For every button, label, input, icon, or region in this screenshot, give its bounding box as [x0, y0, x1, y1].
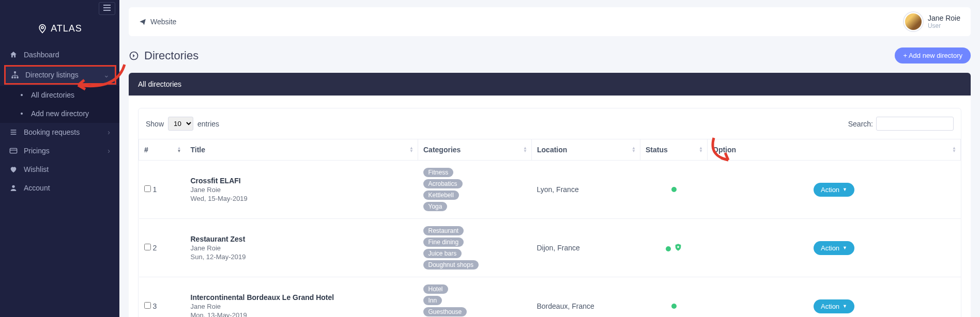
action-dropdown-button[interactable]: Action▼ [814, 299, 854, 313]
row-checkbox[interactable] [144, 302, 151, 309]
sitemap-icon [11, 71, 19, 79]
svg-rect-2 [11, 76, 13, 78]
sidebar-subitem-add-new-directory[interactable]: Add new directory [0, 104, 119, 123]
row-checkbox[interactable] [144, 185, 151, 192]
heart-icon [9, 165, 18, 173]
nav-list: Dashboard Directory listings ⌄ All direc… [0, 45, 119, 197]
row-checkbox[interactable] [144, 244, 151, 250]
sidebar-item-wishlist[interactable]: Wishlist [0, 160, 119, 179]
category-tag[interactable]: Hotel [423, 284, 448, 294]
row-title[interactable]: Crossfit ELAFI [191, 177, 413, 185]
caret-down-icon: ▼ [843, 187, 847, 192]
add-new-directory-button[interactable]: + Add new directory [895, 47, 971, 64]
row-number: 3 [152, 302, 157, 310]
category-tag[interactable]: Inn [423, 296, 442, 305]
sidebar-item-label: Booking requests [24, 128, 80, 136]
category-tag[interactable]: Fine dining [423, 237, 464, 247]
sidebar-submenu: All directories Add new directory [0, 86, 119, 123]
category-tag[interactable]: Yoga [423, 202, 448, 211]
chevron-right-icon: › [108, 128, 110, 136]
action-dropdown-button[interactable]: Action▼ [814, 241, 854, 255]
table-row: 2Restaurant ZestJane RoieSun, 12-May-201… [139, 219, 961, 277]
brand[interactable]: ATLAS [0, 15, 119, 45]
column-header-option[interactable]: Option▲▼ [708, 139, 961, 161]
arrow-circle-right-icon [129, 51, 139, 61]
row-user: Jane Roie [191, 303, 413, 310]
entries-length: Show 10 entries [146, 117, 219, 131]
bullet-icon [21, 113, 23, 115]
chevron-down-icon: ⌄ [103, 71, 110, 79]
svg-rect-3 [14, 76, 16, 78]
row-date: Wed, 15-May-2019 [191, 195, 413, 202]
row-location: Lyon, France [532, 161, 640, 219]
category-tag[interactable]: Juice bars [423, 249, 462, 258]
page-size-select[interactable]: 10 [168, 117, 193, 131]
row-user: Jane Roie [191, 186, 413, 194]
sidebar-item-booking-requests[interactable]: Booking requests › [0, 123, 119, 141]
website-label: Website [150, 18, 176, 26]
bullet-icon [21, 94, 23, 96]
sidebar: ATLAS Dashboard Directory listings ⌄ All… [0, 0, 119, 317]
column-header-title[interactable]: Title▲▼ [186, 139, 418, 161]
table-row: 3Intercontinental Bordeaux Le Grand Hote… [139, 277, 961, 318]
list-icon [9, 128, 18, 136]
hamburger-icon [103, 5, 111, 11]
brand-text: ATLAS [51, 23, 82, 34]
profile-role: User [928, 22, 960, 29]
avatar [904, 12, 923, 31]
row-title[interactable]: Restaurant Zest [191, 235, 413, 243]
table-row: 1Crossfit ELAFIJane RoieWed, 15-May-2019… [139, 161, 961, 219]
sidebar-item-label: Dashboard [24, 51, 59, 59]
svg-point-6 [12, 185, 14, 188]
sidebar-item-label: Account [24, 184, 50, 192]
status-active-icon [671, 187, 677, 192]
row-user: Jane Roie [191, 244, 413, 252]
sidebar-item-directory-listings[interactable]: Directory listings ⌄ [4, 65, 116, 85]
column-header-num[interactable]: #▲▼ [139, 139, 186, 161]
row-date: Sun, 12-May-2019 [191, 253, 413, 261]
main-content: Website Jane Roie User Directories + Add… [119, 0, 980, 317]
chevron-right-icon: › [108, 147, 110, 155]
action-dropdown-button[interactable]: Action▼ [814, 183, 854, 197]
category-tag[interactable]: Acrobatics [423, 179, 463, 188]
caret-down-icon: ▼ [843, 245, 847, 250]
status-active-icon [671, 304, 677, 309]
caret-down-icon: ▼ [843, 304, 847, 309]
search-input[interactable] [876, 117, 954, 131]
row-number: 2 [152, 244, 157, 252]
category-tag[interactable]: Fitness [423, 168, 454, 177]
category-tag[interactable]: Guesthouse [423, 307, 467, 316]
sidebar-subitem-all-directories[interactable]: All directories [0, 86, 119, 104]
row-date: Mon, 13-May-2019 [191, 311, 413, 317]
sidebar-item-label: Wishlist [24, 165, 49, 173]
profile-menu[interactable]: Jane Roie User [904, 12, 960, 31]
page-title-text: Directories [144, 49, 198, 62]
row-title[interactable]: Intercontinental Bordeaux Le Grand Hotel [191, 293, 413, 302]
svg-rect-4 [17, 76, 18, 78]
row-location: Bordeaux, France [532, 277, 640, 318]
column-header-status[interactable]: Status▲▼ [640, 139, 708, 161]
category-tag[interactable]: Restaurant [423, 226, 464, 235]
card-header: All directories [129, 73, 971, 96]
sidebar-item-label: Pricings [24, 147, 50, 155]
brand-pin-icon [37, 24, 48, 34]
svg-rect-5 [10, 148, 17, 153]
profile-name: Jane Roie [928, 14, 960, 22]
row-location: Dijon, France [532, 219, 640, 277]
column-header-location[interactable]: Location▲▼ [532, 139, 640, 161]
sidebar-item-account[interactable]: Account [0, 179, 119, 197]
row-number: 1 [152, 185, 157, 194]
column-header-categories[interactable]: Categories▲▼ [418, 139, 532, 161]
featured-shield-icon [674, 243, 682, 251]
svg-point-0 [41, 26, 43, 28]
category-tag[interactable]: Kettlebell [423, 191, 459, 200]
page-title: Directories [129, 49, 198, 62]
website-link[interactable]: Website [139, 18, 176, 26]
sidebar-item-dashboard[interactable]: Dashboard [0, 45, 119, 64]
sidebar-toggle-button[interactable] [99, 2, 115, 15]
category-tag[interactable]: Doughnut shops [423, 260, 479, 270]
entries-label: entries [197, 120, 219, 128]
sidebar-item-pricings[interactable]: Pricings › [0, 141, 119, 160]
directories-table: #▲▼ Title▲▼ Categories▲▼ Location▲▼ Stat… [139, 139, 961, 317]
svg-rect-1 [14, 71, 16, 73]
